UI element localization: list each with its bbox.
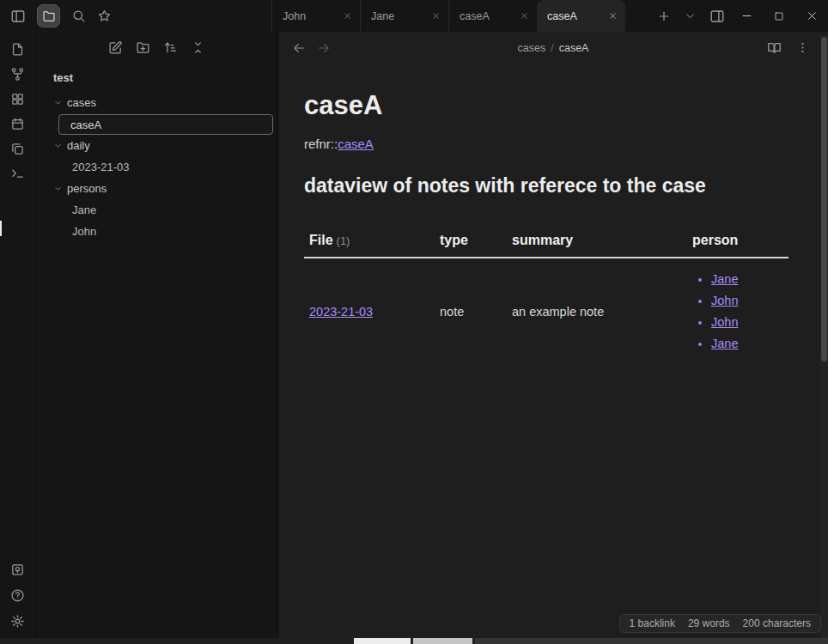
tab-title: John bbox=[283, 10, 339, 22]
breadcrumb-parent[interactable]: cases bbox=[518, 42, 546, 54]
folder-daily[interactable]: daily bbox=[36, 135, 277, 156]
nav-arrows bbox=[292, 41, 331, 55]
file-icon bbox=[10, 42, 25, 57]
canvas-button[interactable] bbox=[10, 92, 25, 106]
person-link[interactable]: Jane bbox=[711, 337, 738, 350]
inline-field-link[interactable]: caseA bbox=[338, 137, 374, 151]
file-explorer-tab-button[interactable] bbox=[37, 4, 60, 27]
inline-field-key: refnr:: bbox=[304, 137, 338, 151]
more-options-button[interactable] bbox=[796, 41, 809, 54]
navigate-forward-button[interactable] bbox=[317, 41, 331, 55]
terminal-icon bbox=[10, 167, 25, 181]
new-folder-button[interactable] bbox=[136, 40, 150, 55]
section-heading: dataview of notes with referece to the c… bbox=[304, 174, 794, 197]
file-link[interactable]: 2023-21-03 bbox=[309, 305, 373, 319]
file-label: Jane bbox=[72, 204, 96, 216]
search-tab-button[interactable] bbox=[71, 9, 86, 23]
new-tab-button[interactable] bbox=[650, 0, 677, 32]
bookmarks-tab-button[interactable] bbox=[97, 9, 112, 23]
settings-button[interactable] bbox=[10, 614, 25, 629]
list-item: John bbox=[711, 312, 783, 333]
close-icon bbox=[431, 11, 441, 21]
view-header-actions bbox=[767, 40, 809, 55]
note-content: caseA refnr::caseA dataview of notes wit… bbox=[278, 64, 828, 365]
col-header-type: type bbox=[435, 226, 507, 258]
minimize-button[interactable] bbox=[730, 0, 763, 32]
tab-close-button[interactable] bbox=[605, 9, 620, 24]
file-explorer-panel: test cases daily 2023-21-03 persons bbox=[36, 32, 277, 638]
help-icon bbox=[10, 588, 25, 603]
graph-view-button[interactable] bbox=[10, 67, 25, 82]
command-palette-button[interactable] bbox=[10, 167, 25, 181]
ribbon bbox=[0, 32, 36, 638]
note-title: caseA bbox=[304, 91, 794, 120]
folder-persons[interactable]: persons bbox=[36, 178, 277, 199]
file-jane[interactable]: Jane bbox=[36, 199, 277, 221]
graph-icon bbox=[10, 67, 25, 82]
more-vertical-icon bbox=[796, 41, 809, 54]
templates-button[interactable] bbox=[10, 142, 25, 156]
titlebar-right-group bbox=[650, 0, 828, 32]
tab-title: caseA bbox=[460, 10, 516, 22]
cell-summary: an example note bbox=[507, 258, 687, 365]
tab-close-button[interactable] bbox=[428, 9, 443, 24]
backlink-count[interactable]: 1 backlink bbox=[630, 617, 675, 629]
breadcrumb: cases/caseA bbox=[518, 42, 589, 54]
taskbar-segment bbox=[413, 638, 472, 644]
close-icon bbox=[807, 10, 818, 21]
taskbar-segment bbox=[475, 638, 828, 644]
tab-list-dropdown-button[interactable] bbox=[677, 0, 703, 32]
star-icon bbox=[97, 9, 112, 23]
tab-close-button[interactable] bbox=[516, 9, 532, 24]
character-count[interactable]: 200 characters bbox=[743, 617, 811, 629]
chevron-down-icon bbox=[53, 184, 63, 193]
scrollbar-thumb[interactable] bbox=[821, 37, 827, 361]
person-link[interactable]: John bbox=[711, 315, 738, 329]
maximize-button[interactable] bbox=[763, 0, 795, 32]
titlebar-left-group bbox=[0, 4, 112, 27]
file-rename-input[interactable] bbox=[58, 114, 273, 135]
close-window-button[interactable] bbox=[795, 0, 828, 32]
chevron-down-icon bbox=[53, 98, 63, 107]
tab-john[interactable]: John bbox=[271, 0, 360, 32]
folder-cases[interactable]: cases bbox=[36, 92, 277, 113]
cell-type: note bbox=[435, 258, 507, 365]
tab-jane[interactable]: Jane bbox=[360, 0, 448, 32]
cell-person: Jane John John Jane bbox=[687, 258, 788, 365]
vault-switcher-button[interactable] bbox=[10, 562, 25, 577]
col-header-file: File(1) bbox=[304, 226, 435, 258]
breadcrumb-current[interactable]: caseA bbox=[559, 42, 589, 54]
toggle-right-sidebar-button[interactable] bbox=[703, 0, 730, 32]
vault-name: test bbox=[36, 63, 277, 89]
navigate-back-button[interactable] bbox=[292, 41, 306, 55]
quick-switcher-button[interactable] bbox=[10, 42, 25, 57]
taskbar-segment bbox=[354, 638, 411, 644]
tab-casea-1[interactable]: caseA bbox=[448, 0, 537, 32]
person-link[interactable]: John bbox=[711, 294, 738, 307]
file-2023-21-03[interactable]: 2023-21-03 bbox=[36, 156, 277, 178]
toggle-left-sidebar-button[interactable] bbox=[10, 9, 26, 24]
chevron-down-icon bbox=[685, 10, 696, 21]
tab-casea-active[interactable]: caseA bbox=[537, 0, 625, 32]
collapse-all-button[interactable] bbox=[191, 40, 205, 55]
folder-icon bbox=[42, 9, 56, 23]
person-link[interactable]: Jane bbox=[711, 272, 738, 286]
titlebar: John Jane caseA caseA bbox=[0, 0, 828, 32]
ribbon-bottom-group bbox=[10, 562, 25, 629]
view-header: cases/caseA bbox=[278, 32, 828, 64]
file-count-badge: (1) bbox=[337, 234, 350, 247]
editor-pane: cases/caseA caseA refnr::caseA dataview … bbox=[277, 32, 828, 638]
daily-note-button[interactable] bbox=[10, 117, 25, 131]
status-bar: 1 backlink 29 words 200 characters bbox=[619, 614, 821, 633]
file-john[interactable]: John bbox=[36, 221, 277, 242]
minimize-icon bbox=[741, 10, 752, 21]
panel-left-icon bbox=[10, 9, 26, 24]
table-header-row: File(1) type summary person bbox=[304, 226, 788, 258]
tab-close-button[interactable] bbox=[339, 9, 355, 24]
sort-order-button[interactable] bbox=[163, 40, 178, 55]
reading-mode-button[interactable] bbox=[767, 40, 782, 55]
new-note-button[interactable] bbox=[108, 40, 123, 55]
help-button[interactable] bbox=[10, 588, 25, 603]
word-count[interactable]: 29 words bbox=[688, 617, 730, 629]
panel-right-icon bbox=[709, 9, 725, 24]
